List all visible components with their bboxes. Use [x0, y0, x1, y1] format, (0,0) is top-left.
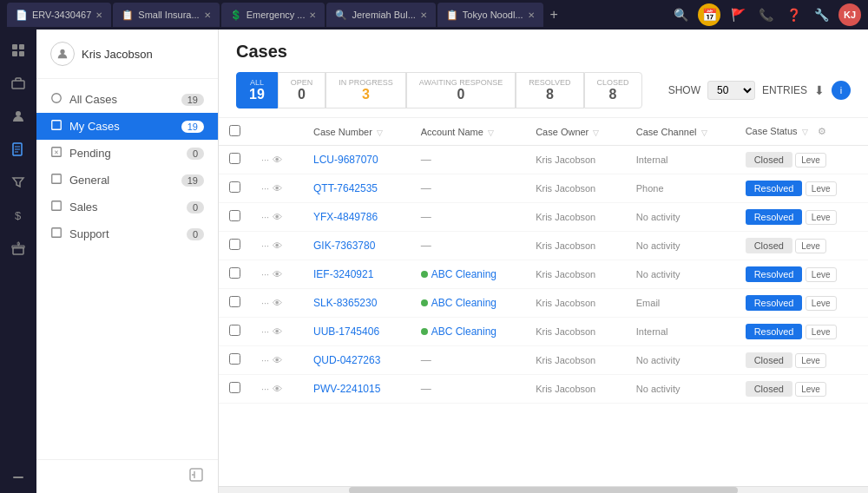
sidebar-item-sales[interactable]: Sales 0	[36, 194, 218, 220]
download-button[interactable]: ⬇	[814, 83, 825, 97]
case-owner-header[interactable]: Case Owner ▽	[525, 118, 626, 146]
status-badge: Resolved	[746, 266, 803, 282]
nav-icon-document[interactable]	[4, 135, 32, 163]
case-status-header[interactable]: Case Status ▽ ⚙	[735, 118, 868, 146]
svg-rect-20	[52, 201, 62, 211]
account-name-header[interactable]: Account Name ▽	[411, 118, 526, 146]
nav-icon-person[interactable]	[4, 102, 32, 130]
case-number-link[interactable]: GIK-7363780	[313, 240, 375, 252]
tab-label: ERV-3430467	[32, 10, 91, 20]
filter-tab-awaiting[interactable]: AWAITING RESPONSE 0	[406, 72, 516, 108]
sidebar-item-all-cases[interactable]: All Cases 19	[36, 86, 218, 113]
case-number-link[interactable]: PWV-2241015	[313, 383, 380, 395]
sidebar-item-my-cases[interactable]: My Cases 19	[36, 113, 218, 140]
case-number-link[interactable]: SLK-8365230	[313, 297, 377, 309]
filter-tab-resolved[interactable]: RESOLVED 8	[516, 72, 583, 108]
more-actions-icon[interactable]: ···	[261, 384, 269, 394]
row-checkbox[interactable]	[229, 210, 240, 221]
sidebar-collapse-icon[interactable]	[188, 467, 204, 486]
view-icon[interactable]: 👁	[273, 212, 282, 222]
nav-icon-grid[interactable]	[4, 36, 32, 64]
search-icon-btn[interactable]: 🔍	[670, 4, 691, 25]
settings-icon[interactable]: ⚙	[818, 126, 826, 136]
case-number-link[interactable]: LCU-9687070	[313, 154, 378, 166]
row-checkbox[interactable]	[229, 239, 240, 250]
question-icon-btn[interactable]: ❓	[783, 4, 804, 25]
more-actions-icon[interactable]: ···	[261, 269, 269, 279]
nav-icon-funnel[interactable]	[4, 168, 32, 196]
case-number-cell: SLK-8365230	[303, 289, 411, 318]
nav-icon-settings[interactable]	[4, 458, 32, 486]
case-owner: Kris Jacobson	[536, 326, 595, 337]
scrollbar-thumb[interactable]	[349, 487, 739, 493]
row-checkbox[interactable]	[229, 296, 240, 307]
flag-icon-btn[interactable]: 🚩	[727, 4, 748, 25]
more-actions-icon[interactable]: ···	[261, 183, 269, 194]
case-number-link[interactable]: YFX-4849786	[313, 211, 378, 223]
view-icon[interactable]: 👁	[273, 298, 282, 308]
row-checkbox[interactable]	[229, 325, 240, 336]
view-icon[interactable]: 👁	[273, 326, 282, 337]
view-icon[interactable]: 👁	[273, 183, 282, 194]
case-number-header[interactable]: Case Number ▽	[303, 118, 411, 146]
view-icon[interactable]: 👁	[273, 355, 282, 365]
more-actions-icon[interactable]: ···	[261, 355, 269, 365]
case-number-link[interactable]: QTT-7642535	[313, 182, 378, 194]
calendar-icon-btn[interactable]: 📅	[698, 3, 720, 26]
tab-close-jeremiah[interactable]: ✕	[420, 10, 427, 20]
add-tab-button[interactable]: +	[545, 5, 563, 24]
case-channel-header[interactable]: Case Channel ▽	[626, 118, 735, 146]
sidebar-item-general[interactable]: General 19	[36, 167, 218, 194]
filter-tab-closed[interactable]: CLOSED 8	[584, 72, 642, 108]
wrench-icon-btn[interactable]: 🔧	[811, 4, 832, 25]
tab-close-tokyo[interactable]: ✕	[528, 10, 535, 20]
select-all-checkbox[interactable]	[229, 125, 240, 136]
tab-small[interactable]: 📋 Small Insura... ✕	[113, 3, 219, 27]
tab-close-small[interactable]: ✕	[204, 10, 211, 20]
more-actions-icon[interactable]: ···	[261, 326, 269, 337]
tab-tokyo[interactable]: 📋 Tokyo Noodl... ✕	[437, 3, 543, 27]
phone-icon-btn[interactable]: 📞	[755, 4, 776, 25]
more-actions-icon[interactable]: ···	[261, 154, 269, 165]
nav-icon-gift[interactable]	[4, 234, 32, 262]
view-icon[interactable]: 👁	[273, 269, 282, 279]
nav-icon-briefcase[interactable]	[4, 69, 32, 97]
tab-erv[interactable]: 📄 ERV-3430467 ✕	[7, 3, 111, 27]
user-avatar[interactable]: KJ	[838, 3, 861, 26]
tab-emergency[interactable]: 💲 Emergency ... ✕	[221, 3, 326, 27]
account-name[interactable]: ABC Cleaning	[431, 297, 496, 309]
tab-jeremiah[interactable]: 🔍 Jeremiah Bul... ✕	[326, 3, 435, 27]
case-number-cell: PWV-2241015	[303, 375, 411, 404]
row-checkbox[interactable]	[229, 353, 240, 365]
horizontal-scrollbar[interactable]	[219, 486, 868, 493]
row-checkbox[interactable]	[229, 153, 240, 164]
svg-rect-16	[52, 121, 62, 130]
row-checkbox[interactable]	[229, 382, 240, 393]
sidebar-item-pending[interactable]: ✕ Pending 0	[36, 140, 218, 167]
filter-tab-all[interactable]: ALL 19	[236, 72, 278, 108]
row-checkbox[interactable]	[229, 267, 240, 279]
tab-close-emergency[interactable]: ✕	[309, 10, 316, 20]
row-actions-cell: ···👁	[251, 260, 303, 289]
filter-tab-open[interactable]: OPEN 0	[278, 72, 326, 108]
sidebar-item-support[interactable]: Support 0	[36, 220, 218, 247]
view-icon[interactable]: 👁	[273, 154, 282, 165]
filter-tab-in-progress[interactable]: IN PROGRESS 3	[326, 72, 406, 108]
nav-icon-dollar[interactable]: $	[4, 201, 32, 229]
case-number-link[interactable]: IEF-3240921	[313, 268, 373, 280]
case-number-link[interactable]: UUB-1745406	[313, 325, 379, 338]
more-actions-icon[interactable]: ···	[261, 240, 269, 251]
row-actions-cell: ···👁	[251, 146, 303, 174]
show-select[interactable]: 50 25 100	[707, 81, 755, 100]
view-icon[interactable]: 👁	[273, 384, 282, 394]
row-checkbox[interactable]	[229, 181, 240, 193]
more-actions-icon[interactable]: ···	[261, 298, 269, 308]
tab-close-erv[interactable]: ✕	[95, 10, 102, 20]
account-name[interactable]: ABC Cleaning	[431, 325, 496, 338]
case-number-link[interactable]: QUD-0427263	[313, 354, 380, 366]
view-icon[interactable]: 👁	[273, 240, 282, 251]
info-button[interactable]: i	[832, 81, 851, 100]
case-number-cell: IEF-3240921	[303, 260, 411, 289]
more-actions-icon[interactable]: ···	[261, 212, 269, 222]
account-name[interactable]: ABC Cleaning	[431, 268, 496, 280]
